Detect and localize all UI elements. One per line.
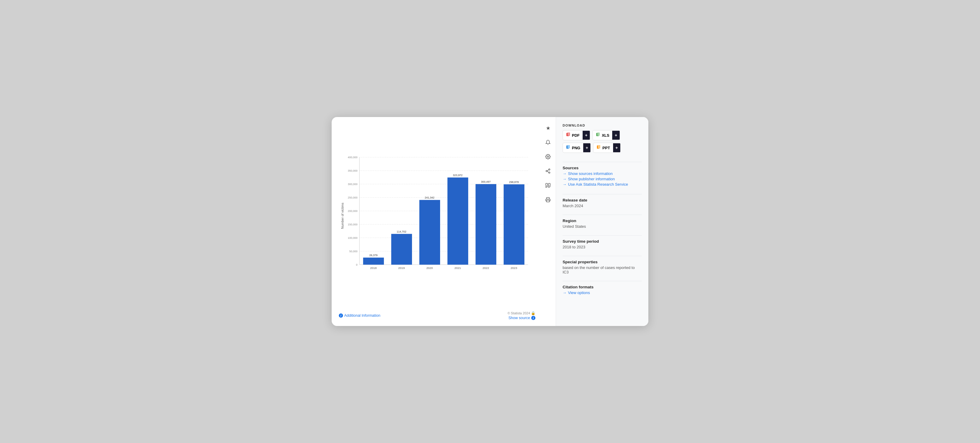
arrow-icon-2: →	[563, 177, 566, 181]
survey-time-period-section: Survey time period 2018 to 2023	[563, 239, 642, 249]
png-icon	[566, 145, 570, 151]
chart-section: Number of victims	[332, 117, 540, 326]
chart-right-footer: © Statista 2024 🔒 Show source i	[508, 311, 535, 320]
ppt-plus: +	[613, 143, 620, 152]
svg-text:100,000: 100,000	[348, 237, 357, 240]
citation-formats-section: Citation formats → View options	[563, 285, 642, 296]
png-download-button[interactable]: PNG +	[563, 143, 591, 153]
release-date-section: Release date March 2024	[563, 198, 642, 208]
info-icon: i	[339, 313, 343, 318]
special-properties-label: Special properties	[563, 260, 642, 264]
citation-formats-label: Citation formats	[563, 285, 642, 289]
pdf-download-button[interactable]: PDF +	[563, 130, 590, 140]
pdf-icon	[566, 133, 570, 138]
svg-text:250,000: 250,000	[348, 196, 357, 199]
xls-download-button[interactable]: XLS +	[592, 130, 620, 140]
bar-2022	[476, 184, 496, 265]
ppt-label: PPT	[602, 146, 610, 150]
svg-text:2023: 2023	[511, 266, 517, 270]
divider-2	[563, 194, 642, 194]
png-label: PNG	[572, 146, 580, 150]
ppt-download-button[interactable]: PPT +	[593, 143, 620, 153]
additional-info-button[interactable]: i Additional Information	[339, 313, 380, 318]
download-section: DOWNLOAD PDF + XL	[563, 124, 642, 153]
svg-point-35	[549, 172, 550, 173]
svg-rect-40	[567, 133, 570, 136]
svg-text:400,000: 400,000	[348, 156, 357, 159]
bar-2019	[391, 234, 412, 265]
statista-credit: © Statista 2024 🔒	[508, 311, 535, 315]
statista-flag-icon: 🔒	[531, 311, 535, 315]
bar-2018	[363, 257, 384, 265]
region-section: Region United States	[563, 219, 642, 229]
xls-label: XLS	[602, 133, 609, 138]
arrow-icon-3: →	[563, 182, 566, 187]
region-label: Region	[563, 219, 642, 223]
pdf-label: PDF	[572, 133, 580, 138]
show-source-info-icon: i	[531, 316, 535, 320]
bar-2021	[447, 178, 468, 265]
download-title: DOWNLOAD	[563, 124, 642, 127]
svg-text:241,342: 241,342	[425, 196, 434, 199]
chart-area: Number of victims	[339, 124, 540, 308]
svg-text:2018: 2018	[370, 266, 377, 270]
sources-label: Sources	[563, 166, 642, 170]
region-value: United States	[563, 224, 642, 229]
divider-6	[563, 281, 642, 281]
divider-5	[563, 256, 642, 256]
special-properties-value: based on the number of cases reported to…	[563, 265, 642, 274]
share-button[interactable]	[542, 165, 554, 177]
svg-rect-38	[547, 200, 549, 202]
show-source-button[interactable]: Show source i	[509, 316, 535, 320]
sources-section: Sources → Show sources information → Sho…	[563, 166, 642, 187]
ppt-icon	[597, 145, 601, 151]
bar-chart-svg: 0 50,000 100,000 150,000 200,000 250,000…	[345, 124, 535, 308]
bell-button[interactable]	[542, 137, 554, 148]
y-axis-label: Number of victims	[339, 124, 345, 308]
grid-and-bars: 0 50,000 100,000 150,000 200,000 250,000…	[345, 124, 535, 308]
svg-text:26,379: 26,379	[369, 254, 377, 257]
ask-statista-link[interactable]: → Use Ask Statista Research Service	[563, 182, 642, 187]
bar-2020	[419, 200, 440, 265]
svg-text:2019: 2019	[398, 266, 405, 270]
svg-text:2020: 2020	[426, 266, 433, 270]
arrow-icon-4: →	[563, 291, 566, 295]
svg-text:323,972: 323,972	[453, 174, 463, 177]
show-publisher-information-link[interactable]: → Show publisher information	[563, 177, 642, 181]
svg-text:300,000: 300,000	[348, 183, 357, 186]
svg-rect-43	[597, 133, 600, 136]
xls-icon	[596, 133, 600, 138]
quote-button[interactable]	[542, 180, 554, 191]
star-button[interactable]: ★	[542, 122, 554, 134]
svg-text:150,000: 150,000	[348, 223, 357, 226]
svg-text:114,702: 114,702	[397, 230, 406, 233]
svg-line-37	[547, 170, 549, 171]
gear-button[interactable]	[542, 151, 554, 162]
svg-text:0: 0	[356, 263, 358, 266]
icon-bar: ★	[540, 117, 556, 326]
svg-point-32	[547, 156, 549, 158]
chart-footer: i Additional Information © Statista 2024…	[339, 308, 540, 321]
chart-inner: 0 50,000 100,000 150,000 200,000 250,000…	[345, 124, 540, 308]
xls-plus: +	[612, 131, 619, 140]
svg-point-34	[546, 170, 547, 172]
svg-text:200,000: 200,000	[348, 210, 357, 213]
divider-3	[563, 214, 642, 215]
download-buttons: PDF + XLS +	[563, 130, 642, 153]
print-button[interactable]	[542, 194, 554, 205]
svg-rect-47	[598, 145, 600, 148]
view-options-link[interactable]: → View options	[563, 291, 642, 295]
svg-rect-45	[567, 145, 570, 148]
survey-time-period-value: 2018 to 2023	[563, 245, 642, 249]
bar-2023	[504, 184, 525, 265]
arrow-icon-1: →	[563, 171, 566, 176]
svg-text:350,000: 350,000	[348, 169, 357, 172]
png-plus: +	[583, 143, 590, 152]
survey-time-period-label: Survey time period	[563, 239, 642, 244]
svg-point-33	[549, 169, 550, 170]
right-panel: DOWNLOAD PDF + XL	[556, 117, 648, 326]
show-sources-information-link[interactable]: → Show sources information	[563, 171, 642, 176]
special-properties-section: Special properties based on the number o…	[563, 260, 642, 274]
svg-text:298,878: 298,878	[509, 181, 519, 184]
pdf-plus: +	[582, 131, 590, 140]
